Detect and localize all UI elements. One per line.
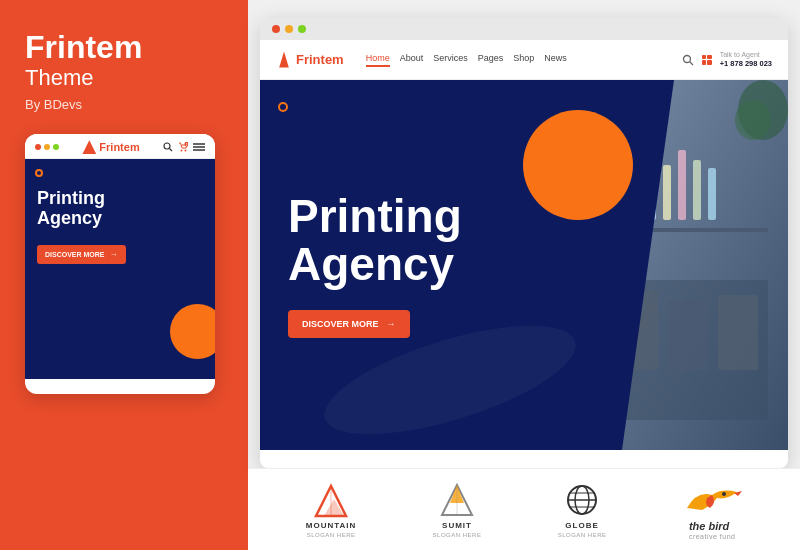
- mobile-logo-text: Frintem: [99, 141, 139, 153]
- mobile-orange-circle: [170, 304, 215, 359]
- svg-rect-23: [668, 300, 708, 370]
- mountain-logo-slogan: SLOGAN HERE: [307, 532, 356, 538]
- desktop-dot-yellow: [285, 25, 293, 33]
- svg-rect-24: [718, 295, 758, 370]
- brand-subtitle: Theme: [25, 65, 220, 91]
- svg-line-10: [689, 61, 693, 65]
- desktop-logo: Frintem: [276, 52, 344, 68]
- nav-item-services[interactable]: Services: [433, 53, 468, 67]
- hero-orange-circle: [523, 110, 633, 220]
- desktop-logo-icon: [276, 52, 292, 68]
- nav-item-news[interactable]: News: [544, 53, 567, 67]
- desktop-nav: Frintem Home About Services Pages Shop N…: [260, 40, 788, 80]
- hero-discover-btn[interactable]: DISCOVER MORE →: [288, 310, 410, 338]
- mobile-top-bar: Frintem 1: [25, 134, 215, 159]
- bird-logo-name: the bird: [689, 520, 729, 532]
- svg-point-2: [181, 150, 183, 152]
- svg-rect-16: [663, 165, 671, 220]
- desktop-nav-right: Talk to Agent +1 878 298 023: [682, 50, 772, 69]
- hero-btn-arrow: →: [387, 319, 396, 329]
- mobile-logo-part2: tem: [120, 141, 140, 153]
- globe-logo-slogan: SLOGAN HERE: [558, 532, 607, 538]
- desktop-titlebar: [260, 18, 788, 40]
- hero-heading: Printing Agency: [288, 192, 462, 289]
- mobile-menu-icon: [193, 142, 205, 152]
- mobile-dot-green: [53, 144, 59, 150]
- nav-item-home[interactable]: Home: [366, 53, 390, 67]
- desktop-dot-green: [298, 25, 306, 33]
- svg-point-3: [185, 150, 187, 152]
- mobile-search-icon: [163, 142, 173, 152]
- mobile-logo-icon: [82, 140, 96, 154]
- logo-globe: GLOBE SLOGAN HERE: [558, 481, 607, 538]
- brand-title: Frintem: [25, 30, 220, 65]
- nav-grid-icon[interactable]: [702, 55, 712, 65]
- svg-point-0: [164, 143, 170, 149]
- svg-rect-19: [708, 168, 716, 220]
- logo-sumit: SUMIT SLOGAN HERE: [432, 481, 482, 538]
- mobile-hero: PrintingAgency DISCOVER MORE →: [25, 159, 215, 379]
- desktop-logo-text: Frintem: [296, 52, 344, 67]
- nav-item-shop[interactable]: Shop: [513, 53, 534, 67]
- nav-search-icon[interactable]: [682, 54, 694, 66]
- mobile-orange-dot: [35, 169, 43, 177]
- mountain-logo-name: MOUNTAIN: [306, 521, 357, 530]
- mobile-dot-yellow: [44, 144, 50, 150]
- mobile-hero-heading: PrintingAgency: [37, 189, 203, 229]
- brand-by: By BDevs: [25, 97, 220, 112]
- mobile-cart-icon: 1: [178, 142, 188, 152]
- mobile-logo-part1: Frin: [99, 141, 120, 153]
- mobile-logo: Frintem: [82, 140, 139, 154]
- desktop-mockup: Frintem Home About Services Pages Shop N…: [260, 18, 788, 468]
- mobile-btn-arrow: →: [110, 250, 118, 259]
- bird-logo-slogan: creative fund: [689, 533, 736, 540]
- globe-logo-image: [561, 481, 603, 519]
- bird-logo-image: [682, 480, 742, 518]
- sumit-logo-slogan: SLOGAN HERE: [433, 532, 482, 538]
- svg-rect-18: [693, 160, 701, 220]
- mobile-nav-icons: 1: [163, 142, 205, 152]
- svg-line-1: [170, 149, 173, 152]
- sumit-logo-image: [432, 481, 482, 519]
- desktop-dot-red: [272, 25, 280, 33]
- svg-point-26: [735, 100, 771, 140]
- mobile-mockup: Frintem 1 PrintingAgency DISCOVER MORE →: [25, 134, 215, 394]
- hero-orange-dot: [278, 102, 288, 112]
- desktop-hero: Printing Agency DISCOVER MORE →: [260, 80, 788, 450]
- mobile-dot-red: [35, 144, 41, 150]
- desktop-nav-menu: Home About Services Pages Shop News: [366, 53, 668, 67]
- svg-rect-17: [678, 150, 686, 220]
- logo-the-bird: the bird creative fund: [682, 480, 742, 540]
- hero-content: Printing Agency DISCOVER MORE →: [260, 192, 490, 339]
- sumit-logo-name: SUMIT: [442, 521, 472, 530]
- nav-phone-info: Talk to Agent +1 878 298 023: [720, 50, 772, 69]
- svg-point-38: [722, 492, 726, 496]
- logo-mountain: MOUNTAIN SLOGAN HERE: [306, 481, 357, 538]
- left-panel: Frintem Theme By BDevs Frintem 1: [0, 0, 245, 550]
- logos-strip: MOUNTAIN SLOGAN HERE SUMIT SLOGAN HERE G…: [248, 468, 800, 550]
- svg-point-9: [683, 55, 690, 62]
- mobile-discover-btn[interactable]: DISCOVER MORE →: [37, 245, 126, 264]
- mobile-window-dots: [35, 144, 59, 150]
- mountain-logo-image: [306, 481, 356, 519]
- nav-item-pages[interactable]: Pages: [478, 53, 504, 67]
- nav-item-about[interactable]: About: [400, 53, 424, 67]
- globe-logo-name: GLOBE: [565, 521, 598, 530]
